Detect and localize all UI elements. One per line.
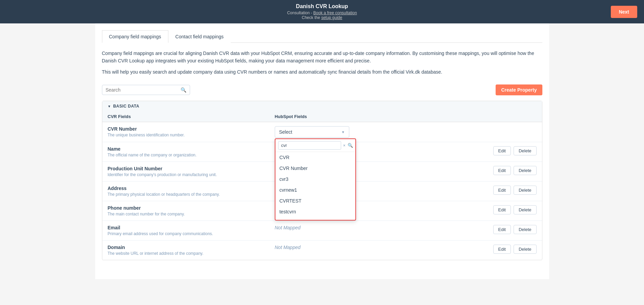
search-box[interactable]: 🔍	[102, 85, 190, 95]
consultation-text: Consultation -	[287, 11, 313, 15]
field-desc-production-unit: Identifier for the company's production …	[108, 172, 264, 177]
field-name-phone: Phone number	[108, 205, 264, 211]
col-header-cvr: CVR Fields	[102, 111, 269, 122]
dropdown-item[interactable]: testcvrn	[275, 206, 355, 217]
action-buttons-name: Edit Delete	[442, 146, 537, 155]
dropdown-search-icon: 🔍	[348, 143, 353, 148]
table-row: Email Primary email address used for com…	[102, 221, 542, 241]
delete-button-email[interactable]: Delete	[514, 225, 537, 234]
dropdown-item[interactable]: CVRTEST	[275, 195, 355, 206]
col-header-hs: HubSpot Fields	[269, 111, 436, 122]
delete-button-production-unit[interactable]: Delete	[514, 166, 537, 175]
edit-button-production-unit[interactable]: Edit	[493, 166, 511, 175]
field-name-address: Address	[108, 186, 264, 191]
fields-table: CVR Fields HubSpot Fields CVR Number The…	[102, 111, 542, 260]
field-name-production-unit: Production Unit Number	[108, 166, 264, 171]
edit-button-email[interactable]: Edit	[493, 225, 511, 234]
not-mapped-domain: Not Mapped	[275, 245, 300, 250]
action-buttons-email: Edit Delete	[442, 225, 537, 234]
action-buttons-production-unit: Edit Delete	[442, 166, 537, 175]
field-name-email: Email	[108, 225, 264, 230]
field-name-domain: Domain	[108, 245, 264, 250]
app-title: Danish CVR Lookup	[287, 3, 357, 9]
field-desc-phone: The main contact number for the company.	[108, 212, 264, 216]
action-buttons-phone: Edit Delete	[442, 205, 537, 214]
field-desc-cvr-number: The unique business identification numbe…	[108, 133, 264, 137]
field-name-cvr-number: CVR Number	[108, 126, 264, 132]
field-name-name: Name	[108, 146, 264, 152]
field-desc-name: The official name of the company or orga…	[108, 153, 264, 157]
col-header-actions	[436, 111, 542, 122]
table-row: CVR Number The unique business identific…	[102, 122, 542, 142]
edit-button-phone[interactable]: Edit	[493, 205, 511, 214]
collapse-arrow-icon[interactable]: ▼	[108, 104, 111, 108]
not-mapped-email: Not Mapped	[275, 225, 300, 230]
consultation-link[interactable]: Book a free consultation	[313, 11, 357, 15]
table-row: Domain The website URL or internet addre…	[102, 241, 542, 260]
select-label: Select	[279, 129, 292, 135]
delete-button-phone[interactable]: Delete	[514, 205, 537, 214]
select-wrapper-cvr-number: Select ▼ × 🔍 C	[275, 126, 349, 138]
search-input[interactable]	[106, 87, 179, 93]
section-title: BASIC DATA	[113, 104, 139, 109]
search-icon: 🔍	[181, 87, 186, 93]
dropdown-search-input[interactable]	[278, 141, 341, 150]
field-desc-domain: The website URL or internet address of t…	[108, 251, 264, 256]
tab-contact-field-mappings[interactable]: Contact field mappings	[168, 30, 231, 43]
edit-button-name[interactable]: Edit	[493, 146, 511, 155]
header-subtitle: Consultation - Book a free consultation …	[287, 11, 357, 20]
description-block: Company field mappings are crucial for a…	[102, 43, 542, 84]
chevron-down-icon: ▼	[341, 130, 345, 134]
edit-button-domain[interactable]: Edit	[493, 245, 511, 254]
dropdown-item[interactable]: cvr3	[275, 174, 355, 185]
delete-button-domain[interactable]: Delete	[514, 245, 537, 254]
toolbar: 🔍 Create Property	[102, 84, 542, 95]
dropdown-list: CVR CVR Number cvr3 cvrnew1 CVRTEST test…	[275, 152, 355, 220]
section-header: ▼ BASIC DATA	[102, 101, 542, 111]
basic-data-section: ▼ BASIC DATA CVR Fields HubSpot Fields C…	[102, 101, 542, 260]
tab-company-field-mappings[interactable]: Company field mappings	[102, 30, 168, 43]
dropdown-clear-button[interactable]: ×	[343, 143, 346, 148]
tab-bar: Company field mappings Contact field map…	[102, 23, 542, 43]
setup-link[interactable]: setup guide	[321, 15, 342, 20]
delete-button-name[interactable]: Delete	[514, 146, 537, 155]
action-buttons-address: Edit Delete	[442, 186, 537, 195]
header-content: Danish CVR Lookup Consultation - Book a …	[287, 3, 357, 20]
dropdown-panel: × 🔍 CVR CVR Number cvr3 cvrnew1 CVRTEST	[275, 138, 356, 221]
field-desc-email: Primary email address used for company c…	[108, 231, 264, 236]
description-para2: This will help you easily search and upd…	[102, 68, 542, 76]
setup-text: Check the	[302, 15, 321, 20]
select-dropdown-cvr-number[interactable]: Select ▼	[275, 126, 349, 138]
main-content: Company field mappings Contact field map…	[95, 23, 549, 279]
dropdown-item[interactable]: cvrnew1	[275, 185, 355, 195]
create-property-button[interactable]: Create Property	[496, 84, 542, 95]
dropdown-item[interactable]: testcvrno	[275, 217, 355, 220]
dropdown-item[interactable]: CVR Number	[275, 163, 355, 174]
app-header: Danish CVR Lookup Consultation - Book a …	[0, 0, 644, 23]
edit-button-address[interactable]: Edit	[493, 186, 511, 195]
dropdown-search-area: × 🔍	[275, 139, 355, 152]
action-buttons-domain: Edit Delete	[442, 245, 537, 254]
description-para1: Company field mappings are crucial for a…	[102, 50, 542, 65]
dropdown-item[interactable]: CVR	[275, 152, 355, 163]
delete-button-address[interactable]: Delete	[514, 186, 537, 195]
field-desc-address: The primary physical location or headqua…	[108, 192, 264, 197]
next-button[interactable]: Next	[611, 6, 637, 18]
